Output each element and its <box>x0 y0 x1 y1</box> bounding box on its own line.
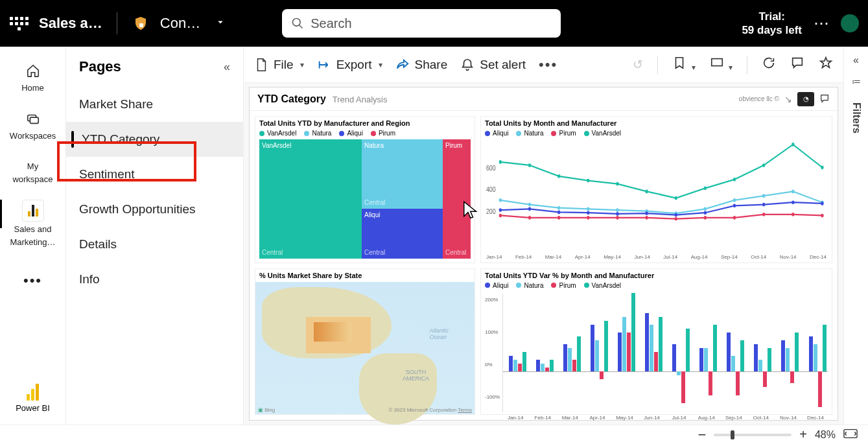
page-item-info[interactable]: Info <box>66 262 243 297</box>
svg-point-43 <box>792 200 794 204</box>
svg-rect-57 <box>844 429 857 438</box>
svg-point-19 <box>792 143 794 146</box>
svg-point-34 <box>528 207 531 211</box>
treemap-legend: VanArsdel Natura Aliqui Pirum <box>255 130 475 139</box>
share-icon <box>395 58 410 72</box>
set-alert-button[interactable]: Set alert <box>460 58 526 72</box>
svg-point-44 <box>821 202 823 205</box>
export-menu[interactable]: Export▾ <box>317 58 382 72</box>
nav-more[interactable]: ••• <box>0 257 65 296</box>
svg-point-16 <box>704 187 707 191</box>
tile-treemap[interactable]: Total Units YTD by Manufacturer and Regi… <box>255 116 475 263</box>
svg-point-15 <box>675 196 677 200</box>
nav-home[interactable]: Home <box>0 54 65 100</box>
page-item-sentiment[interactable]: Sentiment <box>66 157 243 192</box>
svg-point-21 <box>499 198 502 202</box>
chevron-down-icon[interactable] <box>215 16 226 30</box>
reset-icon[interactable]: ↺ <box>633 57 643 72</box>
app-launcher-icon[interactable] <box>9 14 29 33</box>
tile-bar-chart[interactable]: Total Units YTD Var % by Month and Manuf… <box>480 268 832 415</box>
status-bar: − + 48% <box>0 425 868 444</box>
svg-point-18 <box>762 163 765 167</box>
user-avatar[interactable] <box>841 14 859 32</box>
search-placeholder: Search <box>311 16 351 31</box>
svg-point-41 <box>733 204 736 207</box>
filters-label: Filters <box>850 102 862 134</box>
file-menu[interactable]: File▾ <box>254 58 304 72</box>
pages-list: Market Share YTD Category Sentiment Grow… <box>66 87 243 297</box>
tile-line-chart[interactable]: Total Units by Month and Manufacturer Al… <box>480 116 832 263</box>
refresh-icon[interactable] <box>762 56 776 73</box>
chevron-down-icon: ▾ <box>379 60 382 69</box>
view-mode-icon[interactable]: ▾ <box>710 56 733 73</box>
svg-point-36 <box>587 211 589 215</box>
svg-point-42 <box>762 203 765 207</box>
report-canvas: YTD Category Trend Analysis obvience llc… <box>244 83 843 425</box>
nav-active-app[interactable]: Sales and Marketing… <box>0 193 65 253</box>
toolbar-more-icon[interactable]: ••• <box>539 56 557 73</box>
file-icon <box>254 58 268 72</box>
svg-point-10 <box>528 163 531 167</box>
chevron-down-icon: ▾ <box>300 60 304 69</box>
bookmark-icon[interactable]: ▾ <box>672 56 695 73</box>
svg-point-33 <box>499 208 502 212</box>
page-item-ytd-category[interactable]: YTD Category <box>66 122 243 157</box>
page-item-growth[interactable]: Growth Opportunities <box>66 192 243 227</box>
svg-point-31 <box>792 190 794 194</box>
svg-text:600: 600 <box>486 163 496 171</box>
bar-y-axis: 200%100%0%-100% <box>485 294 502 412</box>
page-item-market-share[interactable]: Market Share <box>66 87 243 122</box>
app-name[interactable]: Sales a… <box>39 15 102 32</box>
report-toolbar: File▾ Export▾ Share Set alert ••• ↺ ▾ ▾ <box>244 47 843 83</box>
map-title: % Units Market Share by State <box>255 269 475 282</box>
zoom-slider[interactable] <box>714 434 792 436</box>
svg-point-11 <box>557 174 560 178</box>
svg-point-40 <box>704 211 707 215</box>
ellipsis-icon: ••• <box>23 272 42 289</box>
svg-point-20 <box>821 166 823 170</box>
svg-text:200: 200 <box>486 207 496 215</box>
zoom-value: 48% <box>815 429 836 441</box>
export-icon <box>317 58 331 72</box>
report-subtitle: Trend Analysis <box>333 95 388 104</box>
svg-point-17 <box>733 178 736 181</box>
nav-my-workspace[interactable]: My workspace <box>0 150 65 191</box>
trial-status[interactable]: Trial: 59 days left <box>742 10 802 38</box>
collapse-pages-icon[interactable]: « <box>224 60 230 74</box>
powerbi-label: Power BI <box>16 403 50 413</box>
sensitivity-shield-icon <box>132 14 150 32</box>
nav-workspaces[interactable]: Workspaces <box>0 102 65 148</box>
line-title: Total Units by Month and Manufacturer <box>481 117 832 130</box>
svg-rect-0 <box>139 23 143 27</box>
svg-point-37 <box>616 212 618 216</box>
map-body[interactable]: Atlantic Ocean SOUTH AMERICA ▣ Bing © 20… <box>255 282 475 415</box>
svg-point-52 <box>704 216 707 220</box>
logo-badge: ◔ <box>797 92 814 106</box>
page-item-details[interactable]: Details <box>66 227 243 262</box>
svg-point-51 <box>675 217 677 221</box>
svg-point-46 <box>528 216 531 220</box>
zoom-in-button[interactable]: + <box>799 427 807 442</box>
filters-pane-collapsed[interactable]: « ≔ Filters <box>843 47 868 425</box>
sensitivity-label[interactable]: Con… <box>160 15 200 32</box>
workspaces-icon <box>23 109 43 128</box>
bell-icon <box>460 58 475 72</box>
svg-point-56 <box>821 214 823 218</box>
svg-point-22 <box>528 203 531 207</box>
svg-point-45 <box>499 214 502 218</box>
more-icon[interactable]: ⋯ <box>814 14 829 32</box>
report-title: YTD Category <box>257 93 326 104</box>
tile-comment-icon[interactable] <box>819 93 830 105</box>
svg-point-9 <box>499 160 502 164</box>
share-button[interactable]: Share <box>395 58 448 72</box>
top-app-bar: Sales a… Con… Search Trial: 59 days left… <box>0 0 868 47</box>
favorite-icon[interactable] <box>819 56 833 73</box>
zoom-out-button[interactable]: − <box>698 426 706 443</box>
expand-filters-icon[interactable]: « <box>853 54 859 66</box>
comment-icon[interactable] <box>790 56 804 73</box>
search-input[interactable]: Search <box>282 9 561 38</box>
bar-chart-plot: Jan-14Feb-14Mar-14Apr-14May-14Jun-14Jul-… <box>502 294 828 412</box>
svg-point-30 <box>762 194 765 198</box>
tile-map[interactable]: % Units Market Share by State Atlantic O… <box>255 268 475 415</box>
fit-to-page-icon[interactable] <box>843 428 858 441</box>
